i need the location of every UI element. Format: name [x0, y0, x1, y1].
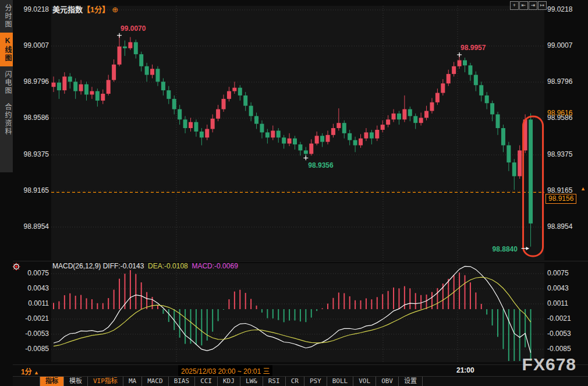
candle: [222, 99, 226, 109]
low-price-label: 98.9356: [308, 161, 333, 169]
indicator-tab-KDJ[interactable]: KDJ: [218, 377, 240, 386]
indicator-tab-RSI[interactable]: RSI: [263, 377, 286, 386]
candle: [496, 114, 500, 128]
candle: [194, 122, 198, 132]
indicator-tab-MACD[interactable]: MACD: [142, 377, 169, 386]
price-axis-label-left: 98.9796: [15, 77, 49, 86]
candle: [238, 88, 242, 95]
candle: [298, 144, 302, 150]
candle: [419, 118, 423, 123]
indicator-tab-PSY[interactable]: PSY: [304, 377, 327, 386]
candle: [474, 75, 478, 86]
indicator-tab-bar: 指标模板VIP指标MAMACDBIASCCIKDJLW&RSICRPSYBOLL…: [13, 376, 588, 386]
candle: [249, 106, 253, 116]
candle: [265, 132, 270, 137]
price-axis-label-left: 98.9586: [15, 114, 49, 122]
candle: [68, 76, 72, 82]
candle: [227, 91, 231, 99]
indicator-tab-OBV[interactable]: OBV: [376, 377, 399, 386]
candle: [408, 109, 412, 116]
time-axis-tick: 21:00: [456, 366, 474, 374]
candle: [435, 93, 440, 102]
candle: [183, 119, 187, 128]
chart-title: 美元指数【1分】⊕: [52, 3, 118, 15]
fx678-watermark: FX678: [522, 355, 576, 374]
add-indicator-icon[interactable]: ⊕: [112, 5, 118, 14]
candle: [139, 54, 143, 66]
high-price-label: 99.0070: [121, 24, 146, 33]
indicator-tab-MA[interactable]: MA: [123, 377, 142, 386]
candle: [293, 139, 297, 144]
indicator-tab-BIAS[interactable]: BIAS: [169, 377, 196, 386]
candle: [501, 128, 505, 146]
price-axis-label-left: 99.0007: [15, 41, 49, 49]
candle: [518, 150, 522, 176]
macd-axis-label-right: 0.0043: [547, 284, 569, 292]
candle: [359, 139, 363, 146]
candle: [145, 66, 149, 75]
macd-axis-label-right: -0.0053: [547, 330, 571, 338]
crosshair-pan-icon[interactable]: +: [510, 1, 519, 10]
candle: [134, 42, 138, 54]
candle: [282, 137, 286, 143]
macd-axis-label-right: 0.0011: [547, 299, 568, 307]
candle: [402, 109, 406, 120]
price-axis-label-left: 98.9375: [15, 150, 49, 158]
indicator-tab-设置[interactable]: 设置: [399, 377, 423, 386]
indicator-settings-icon[interactable]: [12, 263, 20, 271]
indicator-tab-CCI[interactable]: CCI: [195, 377, 218, 386]
candle: [79, 84, 83, 91]
candle: [309, 144, 313, 154]
candle: [342, 123, 346, 133]
candle: [73, 82, 77, 91]
indicator-tab-指标[interactable]: 指标: [40, 377, 64, 386]
candle: [243, 95, 247, 106]
indicator-tab-VOL[interactable]: VOL: [353, 377, 376, 386]
indicator-tab-VIP指标[interactable]: VIP指标: [88, 377, 123, 386]
candle: [254, 116, 258, 123]
price-axis-label-left: 98.9165: [15, 186, 49, 194]
candle: [288, 139, 292, 144]
macd-header: MACD(26,12,9) DIFF:-0.0143 DEA:-0.0108 M…: [52, 262, 238, 270]
shift-right-icon[interactable]: ↦: [538, 1, 547, 10]
candle: [172, 99, 176, 109]
candle: [479, 85, 483, 95]
candle: [375, 130, 379, 139]
price-alert-icon[interactable]: ▲: [580, 186, 586, 192]
macd-bar-value: MACD:-0.0069: [192, 262, 238, 270]
candle: [512, 162, 516, 176]
candle: [232, 88, 236, 91]
candle: [381, 125, 385, 130]
candle: [304, 150, 308, 154]
candle: [424, 111, 428, 118]
candle: [326, 135, 330, 142]
candle: [441, 83, 445, 93]
macd-diff-value: MACD(26,12,9) DIFF:-0.0143: [52, 262, 148, 270]
indicator-tab-BOLL[interactable]: BOLL: [327, 377, 354, 386]
compress-right-icon[interactable]: ⇥: [529, 1, 537, 10]
candle: [353, 140, 357, 146]
candle: [95, 91, 100, 101]
indicator-tab-LW&[interactable]: LW&: [240, 377, 263, 386]
candle: [485, 95, 489, 103]
candle: [260, 124, 264, 133]
candle: [178, 109, 182, 120]
low-price-label: 98.8840: [493, 245, 518, 253]
chart-toolbar: +⇤⇥↦: [510, 1, 547, 10]
compress-left-icon[interactable]: ⇤: [519, 1, 528, 10]
axis-divider: [13, 364, 588, 365]
price-axis-label-right: 98.9375: [547, 150, 572, 158]
candle: [155, 69, 160, 82]
interval-selector[interactable]: 1分 ▲: [21, 366, 39, 376]
candle: [211, 119, 215, 129]
candle: [529, 119, 533, 224]
candle: [348, 133, 352, 140]
macd-axis-label-left: 0.0011: [15, 299, 49, 307]
right-axis-high-label: 98.9616: [547, 109, 572, 117]
chart-canvas[interactable]: [0, 0, 588, 386]
candle: [161, 82, 165, 90]
candle: [150, 69, 154, 75]
candle: [128, 42, 132, 48]
indicator-tab-CR[interactable]: CR: [286, 377, 304, 386]
indicator-tab-模板[interactable]: 模板: [64, 377, 88, 386]
